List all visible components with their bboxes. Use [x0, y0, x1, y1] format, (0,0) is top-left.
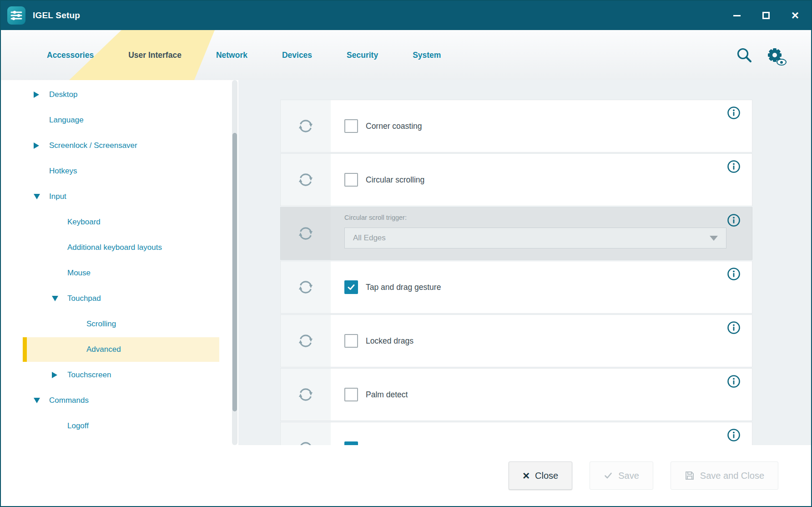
tab-devices[interactable]: Devices	[270, 30, 324, 80]
sidebar-item-language[interactable]: Language	[1, 107, 231, 133]
minimize-button[interactable]	[729, 9, 745, 22]
sidebar-item-advanced[interactable]: Advanced	[1, 337, 231, 362]
sidebar-item-hotkeys[interactable]: Hotkeys	[1, 158, 231, 184]
clipped-checkbox[interactable]	[344, 441, 358, 445]
setting-row-circular-scroll-trigger: Circular scroll trigger: All Edges	[281, 208, 752, 259]
setting-cell: Palm detect	[331, 369, 752, 421]
setting-row-clipped	[281, 422, 752, 445]
info-icon[interactable]	[727, 321, 741, 335]
sidebar-item-desktop[interactable]: Desktop	[1, 82, 231, 107]
footer-bar: × Close Save Save and Close	[1, 445, 811, 506]
check-icon	[347, 283, 356, 292]
sidebar-scrollbar[interactable]	[232, 80, 237, 445]
reset-icon[interactable]	[297, 386, 314, 403]
sidebar-item-keyboard[interactable]: Keyboard	[1, 209, 231, 235]
info-icon[interactable]	[727, 106, 741, 120]
tab-system[interactable]: System	[401, 30, 453, 80]
sidebar-item-mouse[interactable]: Mouse	[1, 260, 231, 286]
select-value: All Edges	[353, 233, 386, 243]
reset-cell	[281, 315, 331, 367]
setting-cell: Locked drags	[331, 315, 752, 367]
app-logo-icon	[7, 6, 25, 25]
search-icon	[736, 46, 753, 64]
reset-icon[interactable]	[297, 279, 314, 296]
save-button-label: Save	[618, 471, 639, 481]
chevron-down-icon	[710, 236, 718, 241]
info-icon[interactable]	[727, 267, 741, 281]
reset-cell	[281, 154, 331, 206]
minimize-icon	[733, 15, 741, 16]
sidebar-item-touchscreen[interactable]: Touchscreen	[1, 362, 231, 388]
tab-accessories[interactable]: Accessories	[35, 30, 106, 80]
palm-detect-checkbox[interactable]	[344, 388, 358, 401]
close-icon: ×	[792, 9, 799, 22]
locked-drags-checkbox[interactable]	[344, 334, 358, 348]
setting-row-corner-coasting: Corner coasting	[281, 100, 752, 152]
reset-icon[interactable]	[297, 171, 314, 188]
settings-panel: Corner coasting Circular scrolling	[238, 80, 811, 445]
info-icon[interactable]	[727, 428, 741, 442]
window-controls: ×	[729, 9, 803, 22]
sidebar-item-label: Desktop	[49, 90, 77, 99]
chevron-down-icon[interactable]	[52, 296, 64, 301]
setting-label: Palm detect	[366, 390, 408, 400]
sidebar-item-additional-keyboard-layouts[interactable]: Additional keyboard layouts	[1, 235, 231, 260]
chevron-right-icon[interactable]	[34, 91, 45, 98]
setting-label: Corner coasting	[366, 122, 422, 131]
close-window-button[interactable]: ×	[787, 9, 803, 22]
chevron-right-icon[interactable]	[52, 372, 64, 378]
reset-icon[interactable]	[297, 332, 314, 350]
sidebar-item-input[interactable]: Input	[1, 184, 231, 209]
scrollbar-thumb[interactable]	[232, 133, 237, 411]
setup-visibility-button[interactable]	[766, 46, 784, 64]
reset-icon[interactable]	[297, 117, 314, 135]
setting-label: Locked drags	[366, 336, 414, 346]
sidebar-item-label: Hotkeys	[49, 167, 77, 176]
sidebar-item-label: Language	[49, 116, 84, 125]
save-and-close-button[interactable]: Save and Close	[671, 461, 778, 490]
info-icon[interactable]	[727, 375, 741, 388]
sidebar-item-label: Additional keyboard layouts	[67, 243, 162, 252]
tab-security[interactable]: Security	[335, 30, 390, 80]
maximize-button[interactable]	[758, 9, 774, 22]
setting-cell: Circular scrolling	[331, 154, 752, 206]
setting-cell: Tap and drag gesture	[331, 261, 752, 313]
setting-row-locked-drags: Locked drags	[281, 315, 752, 367]
tab-user-interface[interactable]: User Interface	[116, 30, 193, 80]
setting-label: Circular scrolling	[366, 175, 424, 185]
chevron-down-icon[interactable]	[34, 194, 45, 199]
sidebar-item-label: Screenlock / Screensaver	[49, 141, 137, 150]
sidebar-item-label: Scrolling	[86, 319, 116, 329]
tap-and-drag-gesture-checkbox[interactable]	[344, 280, 358, 294]
info-icon[interactable]	[727, 160, 741, 173]
reset-icon[interactable]	[297, 440, 314, 445]
circular-scrolling-checkbox[interactable]	[344, 173, 358, 187]
sidebar-item-scrolling[interactable]: Scrolling	[1, 311, 231, 337]
chevron-down-icon[interactable]	[34, 398, 45, 403]
close-x-icon: ×	[523, 470, 530, 482]
circular-scroll-trigger-select[interactable]: All Edges	[344, 228, 726, 248]
sidebar-item-screenlock-screensaver[interactable]: Screenlock / Screensaver	[1, 133, 231, 158]
navigation-tree: Desktop Language Screenlock / Screensave…	[1, 82, 231, 439]
reset-icon[interactable]	[297, 225, 314, 242]
sidebar-item-touchpad[interactable]: Touchpad	[1, 286, 231, 311]
reset-cell	[281, 261, 331, 313]
search-button[interactable]	[736, 46, 753, 64]
info-icon[interactable]	[727, 213, 741, 227]
app-title: IGEL Setup	[33, 10, 80, 20]
floppy-disk-icon	[685, 471, 695, 481]
tab-actions	[736, 30, 784, 80]
corner-coasting-checkbox[interactable]	[344, 119, 358, 133]
reset-cell	[281, 422, 331, 445]
close-button[interactable]: × Close	[509, 461, 572, 490]
tab-network[interactable]: Network	[204, 30, 259, 80]
save-and-close-button-label: Save and Close	[700, 471, 764, 481]
sidebar-item-logoff[interactable]: Logoff	[1, 413, 231, 439]
sidebar-item-commands[interactable]: Commands	[1, 388, 231, 413]
chevron-right-icon[interactable]	[34, 142, 45, 149]
save-button[interactable]: Save	[590, 461, 653, 490]
sidebar-item-label: Input	[49, 192, 66, 201]
sidebar-item-label: Logoff	[67, 421, 89, 431]
reset-cell	[281, 208, 331, 259]
sidebar-item-label: Touchpad	[67, 294, 101, 303]
